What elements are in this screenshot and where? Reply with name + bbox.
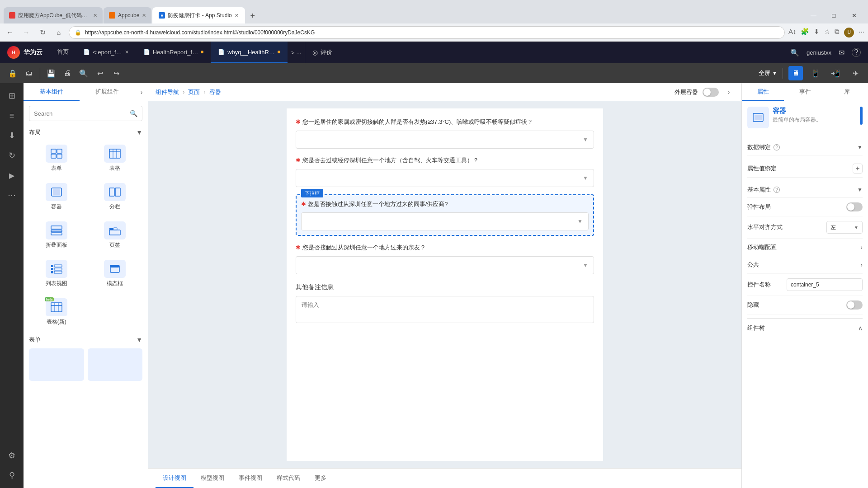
header-mail-icon[interactable]: ✉ — [839, 48, 844, 57]
tab-report-close[interactable]: ✕ — [125, 49, 129, 55]
tab2-close[interactable]: ✕ — [142, 13, 146, 19]
align-select[interactable]: 左 ▼ — [826, 221, 863, 234]
sidebar-icon-search[interactable]: ⚲ — [3, 466, 21, 484]
translate-icon[interactable]: A↕ — [788, 28, 797, 38]
header-tab-health[interactable]: 📄 HealthReport_f… — [136, 42, 211, 63]
mobile-expand[interactable]: › — [860, 244, 863, 251]
more-menu[interactable]: ··· — [859, 28, 864, 38]
form-section-arrow[interactable]: ▼ — [136, 336, 142, 343]
header-tab-report[interactable]: 📄 <:eport_f… ✕ — [76, 42, 136, 63]
comp-item-form[interactable]: 表单 — [29, 141, 84, 176]
header-search-icon[interactable]: 🔍 — [790, 48, 799, 57]
nav-back[interactable]: ← — [4, 26, 16, 39]
comp-item-container[interactable]: 容器 — [29, 179, 84, 214]
browser-tab-3[interactable]: H 防疫健康打卡 - App Studio ✕ — [152, 7, 245, 23]
layout-collapse-arrow[interactable]: ▼ — [136, 129, 142, 136]
toolbar-btn-lock[interactable]: 🔒 — [5, 66, 20, 80]
attrval-header[interactable]: 属性值绑定 + — [747, 160, 863, 178]
comp-item-tabs[interactable]: 页签 — [88, 218, 143, 253]
search-input[interactable] — [34, 110, 126, 117]
flex-toggle[interactable] — [846, 202, 863, 211]
nav-home[interactable]: ⌂ — [52, 26, 65, 39]
fullscreen-button[interactable]: 全屏 ▼ — [759, 69, 777, 77]
q2-select[interactable]: ▼ — [296, 169, 594, 187]
device-paper[interactable]: ✈ — [848, 66, 863, 80]
comp-item-modal[interactable]: 模态框 — [88, 256, 143, 291]
tab3-close[interactable]: ✕ — [235, 13, 239, 19]
comp-item-collapse[interactable]: 折叠面板 — [29, 218, 84, 253]
basic-help[interactable]: ? — [774, 187, 780, 193]
header-tab-expand[interactable]: > ··· — [288, 42, 305, 63]
right-tab-events[interactable]: 事件 — [784, 83, 826, 101]
hide-toggle[interactable] — [846, 300, 863, 310]
bottom-tab-more[interactable]: 更多 — [307, 469, 334, 488]
other-textarea[interactable] — [296, 296, 594, 323]
header-help-icon[interactable]: ? — [852, 48, 861, 57]
search-box[interactable]: 🔍 — [29, 106, 142, 121]
q3-select[interactable]: ▼ — [301, 212, 589, 230]
address-box[interactable]: 🔒 https://appcube.cn-north-4.huaweicloud… — [69, 26, 785, 39]
sidebar-icon-run[interactable]: ▶ — [3, 166, 21, 184]
toolbar-btn-save[interactable]: 💾 — [44, 66, 58, 80]
q1-select[interactable]: ▼ — [296, 131, 594, 149]
nav-refresh[interactable]: ↻ — [36, 26, 49, 39]
window-maximize[interactable]: □ — [824, 8, 844, 23]
toolbar-btn-redo[interactable]: ↪ — [109, 66, 123, 80]
device-mobile[interactable]: 📲 — [828, 66, 843, 80]
toolbar-btn-search[interactable]: 🔍 — [76, 66, 91, 80]
user-avatar[interactable]: U — [844, 28, 854, 38]
comp-item-table-new[interactable]: beta 表格(新) — [29, 295, 84, 329]
download-icon[interactable]: ⬇ — [814, 28, 820, 38]
header-tab-home[interactable]: 首页 — [50, 42, 76, 63]
outer-container-toggle[interactable] — [703, 88, 719, 97]
sidebar-icon-assets[interactable]: ⬇ — [3, 127, 21, 145]
browser-tab-2[interactable]: Appcube ✕ — [104, 7, 151, 23]
public-expand[interactable]: › — [860, 261, 863, 268]
toolbar-btn-folder[interactable]: 🗂 — [22, 66, 36, 80]
sidebar-icon-more[interactable]: ⋯ — [3, 186, 21, 204]
sidebar-icon-data[interactable]: ↻ — [3, 146, 21, 164]
comp-tab-arrow[interactable]: › — [135, 83, 148, 101]
comp-tab-basic[interactable]: 基本组件 — [24, 83, 80, 101]
comp-item-placeholder2[interactable] — [88, 348, 143, 381]
tab1-close[interactable]: ✕ — [93, 13, 97, 19]
comp-tree-arrow[interactable]: ∧ — [858, 324, 863, 332]
q4-select[interactable]: ▼ — [296, 256, 594, 274]
window-minimize[interactable]: — — [803, 8, 824, 23]
device-desktop[interactable]: 🖥 — [788, 66, 803, 80]
bottom-tab-event[interactable]: 事件视图 — [231, 469, 269, 488]
comp-item-table[interactable]: 表格 — [88, 141, 143, 176]
sidebar-icon-components[interactable]: ⊞ — [3, 87, 21, 105]
comp-item-placeholder1[interactable] — [29, 348, 84, 381]
extensions-icon[interactable]: 🧩 — [801, 28, 809, 38]
breadcrumb-item-nav[interactable]: 组件导航 — [156, 88, 179, 96]
comp-tree-header[interactable]: 组件树 ∧ — [747, 320, 863, 336]
databind-header[interactable]: 数据绑定 ? ▼ — [747, 140, 863, 155]
comp-tab-extend[interactable]: 扩展组件 — [80, 83, 136, 101]
toolbar-btn-undo[interactable]: ↩ — [93, 66, 107, 80]
breadcrumb-expand-right[interactable]: › — [723, 87, 734, 98]
nav-forward[interactable]: → — [20, 26, 33, 39]
sidebar-icon-settings[interactable]: ⚙ — [3, 446, 21, 465]
bottom-tab-model[interactable]: 模型视图 — [193, 469, 231, 488]
attrval-add[interactable]: + — [853, 164, 863, 174]
layout-section-header[interactable]: 布局 ▼ — [24, 126, 148, 139]
comp-item-listview[interactable]: 列表视图 — [29, 256, 84, 291]
window-close[interactable]: ✕ — [844, 8, 864, 23]
basic-header[interactable]: 基本属性 ? ▼ — [747, 182, 863, 198]
toolbar-btn-print[interactable]: 🖨 — [60, 66, 75, 80]
browser-tab-1[interactable]: 应用魔方AppCube_低代码开发平… ✕ — [4, 7, 103, 23]
bottom-tab-design[interactable]: 设计视图 — [156, 469, 193, 488]
header-tab-wbyq[interactable]: 📄 wbyq__HealthR… — [211, 42, 288, 63]
breadcrumb-item-page[interactable]: 页面 — [188, 88, 200, 96]
ctrl-name-input[interactable] — [787, 278, 863, 291]
right-tab-lib[interactable]: 库 — [826, 83, 868, 101]
right-tab-props[interactable]: 属性 — [742, 83, 784, 101]
header-tab-eval[interactable]: ◎ 评价 — [305, 42, 340, 63]
sidebar-icon-layers[interactable]: ≡ — [3, 107, 21, 125]
collections-icon[interactable]: ⧉ — [835, 28, 840, 38]
bottom-tab-code[interactable]: 样式代码 — [269, 469, 307, 488]
favorites-icon[interactable]: ☆ — [824, 28, 830, 38]
new-tab-button[interactable]: + — [246, 9, 259, 23]
databind-help[interactable]: ? — [774, 144, 780, 150]
